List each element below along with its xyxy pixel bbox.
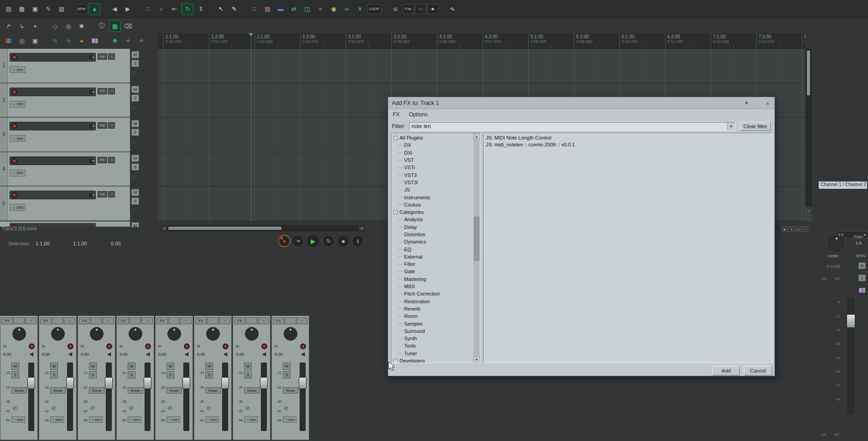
spacer[interactable] — [241, 3, 247, 15]
track-mute-button[interactable]: M — [131, 222, 139, 227]
track-volume-knob[interactable] — [88, 89, 94, 95]
strip-phase-button[interactable]: ⊘ — [129, 405, 134, 411]
track-io-button[interactable]: ◔ — [108, 53, 115, 60]
scroll-up-icon[interactable]: ▲ — [473, 133, 480, 140]
tree-collapse-icon[interactable]: − — [394, 210, 398, 214]
zoom-in-button[interactable]: + — [789, 226, 795, 232]
tree-item[interactable]: − Categories — [392, 208, 473, 216]
strip-phase-button[interactable]: ⊘ — [90, 405, 95, 411]
strip-trim-button[interactable]: ∿ trim — [89, 416, 103, 423]
track-mute-button[interactable]: M — [131, 120, 139, 127]
tree-item[interactable]: − Analysis — [392, 216, 473, 223]
spacer[interactable] — [42, 20, 48, 32]
repeat-toggle-button[interactable]: ↻ — [322, 235, 335, 247]
arrange-vertical-scrollbar[interactable] — [806, 49, 811, 206]
fx-menu-icon[interactable]: ▾ — [863, 233, 866, 237]
track-phase-button[interactable]: ⊘ — [132, 138, 137, 145]
metronome-icon[interactable]: ▲ — [88, 3, 100, 15]
add-button[interactable]: Add — [712, 366, 740, 375]
info-icon[interactable]: ⓘ — [96, 20, 108, 32]
tree-item[interactable]: − VST3 — [392, 171, 473, 178]
trim-envelope-button[interactable]: ∿ trim — [10, 66, 26, 73]
record-arm-button[interactable] — [11, 89, 17, 95]
routing-matrix-icon[interactable]: ∷ — [248, 3, 260, 15]
strip-trim-button[interactable]: ∿ trim — [166, 416, 180, 423]
dialog-menu-item[interactable]: FX — [393, 111, 400, 118]
strip-solo-button[interactable]: S — [11, 371, 19, 379]
fx-remove-icon[interactable]: [x] — [415, 4, 426, 14]
loop-badge[interactable]: LOOP — [367, 4, 381, 14]
tree-item[interactable]: − Delay — [392, 223, 473, 231]
master-env-icon[interactable] — [858, 287, 866, 293]
track-volume-knob[interactable] — [88, 123, 94, 130]
strip-trim-button[interactable]: ∿ trim — [283, 416, 296, 423]
spacer[interactable] — [383, 3, 388, 15]
fader-thumb[interactable] — [221, 377, 229, 389]
tree-item[interactable]: − Tuner — [392, 350, 473, 357]
performer-icon[interactable]: ☺ — [390, 3, 401, 15]
scroll-down-icon[interactable]: ▼ — [473, 356, 480, 363]
strip-mute-button[interactable]: M — [128, 363, 135, 370]
scroll-right-icon[interactable]: ▸ — [359, 226, 365, 231]
track-solo-button[interactable]: S — [131, 197, 139, 205]
spacer[interactable] — [102, 3, 107, 15]
meter-bars-icon[interactable] — [89, 35, 101, 47]
add-track-icon[interactable]: + — [29, 20, 41, 32]
selection-length[interactable]: 0.00 — [111, 241, 120, 246]
trim-envelope-button[interactable]: ∿ trim — [10, 135, 26, 142]
strip-phase-button[interactable]: ⊘ — [167, 405, 172, 411]
volume-fader[interactable] — [183, 363, 189, 431]
track-name-area[interactable] — [10, 122, 96, 130]
tree-item[interactable]: − Surround — [392, 327, 473, 335]
tree-item[interactable]: − Restoration — [392, 298, 473, 305]
project-render-icon[interactable]: ✎ — [42, 3, 54, 15]
tree-item[interactable]: − DX — [392, 141, 473, 149]
track-volume-knob[interactable] — [88, 158, 94, 164]
tree-item[interactable]: − All Plugins — [392, 134, 473, 141]
volume-fader[interactable] — [145, 363, 151, 431]
strip-route-button[interactable]: Route — [283, 387, 298, 394]
play-button[interactable]: ▶ — [306, 234, 320, 248]
tree-item[interactable]: − Distortion — [392, 231, 473, 238]
tree-item[interactable]: − VST3i — [392, 179, 473, 186]
spacer[interactable] — [440, 3, 445, 15]
volume-fader[interactable] — [261, 363, 267, 431]
pin-icon[interactable]: ⌖ — [743, 99, 751, 107]
tree-item[interactable]: − DXi — [392, 149, 473, 156]
strip-mute-button[interactable]: M — [50, 363, 58, 370]
fader-thumb[interactable] — [144, 377, 151, 389]
tree-item[interactable]: − VST — [392, 156, 473, 164]
strip-mute-button[interactable]: M — [166, 363, 174, 370]
record-arm-button[interactable] — [11, 54, 17, 60]
fx-list-item[interactable]: JS: MIDI Note Length Control — [486, 135, 770, 141]
spacer[interactable] — [102, 35, 108, 47]
zoom-out-button[interactable]: − — [802, 226, 808, 232]
track-fx-button[interactable]: FX — [98, 122, 107, 129]
strip-trim-button[interactable]: ∿ trim — [128, 416, 141, 423]
record-arm-all-icon[interactable]: ● — [76, 35, 88, 47]
track-fx-button[interactable]: FX — [98, 191, 107, 197]
link-icon[interactable]: ∞ — [341, 3, 353, 15]
fader-thumb[interactable] — [105, 377, 113, 389]
settings-wrench-icon[interactable]: ✱ — [76, 20, 88, 32]
zoom-tool-icon[interactable]: ◎ — [16, 35, 28, 47]
route-down-icon[interactable]: ↳ — [16, 20, 28, 32]
fader-thumb[interactable] — [182, 377, 190, 389]
fader-thumb[interactable] — [299, 377, 307, 389]
fader-thumb[interactable] — [66, 377, 74, 389]
strip-phase-button[interactable]: ⊘ — [12, 405, 17, 411]
track-io-button[interactable]: ◔ — [108, 88, 115, 94]
volume-fader[interactable] — [106, 363, 112, 431]
record-arm-button[interactable] — [11, 123, 17, 129]
monitor-wave-icon[interactable]: ∿ — [447, 3, 458, 15]
track-fx-button[interactable]: FX — [98, 157, 107, 163]
strip-solo-button[interactable]: S — [89, 371, 97, 379]
env-pan-icon[interactable]: ∿ — [62, 35, 74, 47]
strip-mute-button[interactable]: M — [205, 363, 213, 370]
dialog-title-bar[interactable]: Add FX to: Track 1 ⌖ x — [388, 97, 774, 109]
dialog-menu-item[interactable]: Options — [409, 111, 427, 118]
track-io-button[interactable]: ◔ — [108, 122, 115, 129]
tree-item[interactable]: − Instruments — [392, 193, 473, 201]
midi-editor-icon[interactable]: ♪ — [155, 3, 167, 15]
rate-value[interactable]: 1.0 — [856, 241, 862, 245]
